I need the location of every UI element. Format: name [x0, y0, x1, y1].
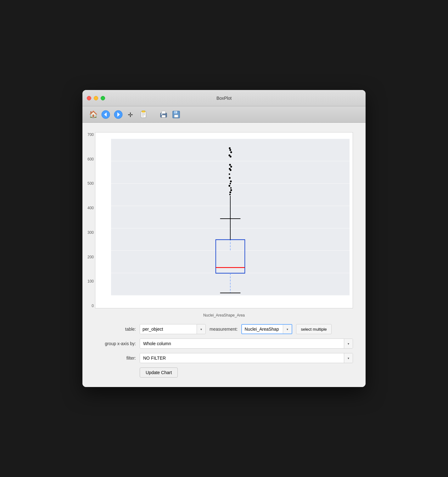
y-label-200: 200	[82, 255, 94, 259]
table-measurement-row: table: ▾ measurement: ▾ select multiple	[95, 324, 353, 334]
group-select-wrapper: ▾	[140, 339, 353, 349]
measurement-select-wrapper: ▾	[241, 324, 292, 334]
svg-rect-29	[216, 240, 245, 273]
y-label-700: 700	[82, 132, 94, 137]
toolbar: 🏠 ✛	[82, 106, 366, 123]
y-axis: 700 600 500 400 300 200 100 0	[82, 132, 94, 308]
boxplot-svg	[111, 139, 350, 295]
x-axis-label: Nuclei_AreaShape_Area	[203, 313, 245, 317]
filter-dropdown-button[interactable]: ▾	[344, 353, 353, 363]
filter-label: filter:	[95, 356, 136, 361]
chart-container: 700 600 500 400 300 200 100 0	[95, 132, 353, 308]
save-button[interactable]	[171, 109, 182, 120]
table-label: table:	[95, 327, 136, 332]
filter-row: filter: ▾	[95, 353, 353, 363]
filter-select-wrapper: ▾	[140, 353, 353, 363]
title-bar: BoxPlot	[82, 90, 366, 106]
select-multiple-button[interactable]: select multiple	[296, 324, 331, 334]
y-label-500: 500	[82, 181, 94, 186]
measurement-input[interactable]	[242, 325, 283, 334]
window-title: BoxPlot	[216, 96, 232, 101]
svg-rect-13	[161, 114, 162, 115]
svg-point-34	[229, 191, 231, 193]
traffic-lights	[87, 96, 105, 100]
y-label-400: 400	[82, 206, 94, 210]
svg-point-41	[230, 166, 232, 168]
filter-input[interactable]	[140, 354, 344, 362]
close-button[interactable]	[87, 96, 91, 100]
main-window: BoxPlot 🏠 ✛	[82, 90, 366, 387]
table-select-wrapper: ▾	[140, 324, 206, 334]
maximize-button[interactable]	[101, 96, 105, 100]
y-label-600: 600	[82, 157, 94, 161]
back-button[interactable]	[100, 109, 111, 120]
forward-button[interactable]	[113, 109, 124, 120]
svg-rect-11	[162, 111, 165, 114]
y-label-0: 0	[82, 304, 94, 308]
home-button[interactable]: 🏠	[87, 109, 99, 120]
svg-rect-16	[174, 115, 178, 117]
content-area: 700 600 500 400 300 200 100 0	[82, 123, 366, 318]
svg-point-51	[229, 173, 230, 175]
svg-point-50	[230, 183, 231, 184]
svg-rect-12	[162, 115, 165, 117]
svg-point-38	[229, 177, 231, 179]
measurement-dropdown-button[interactable]: ▾	[283, 324, 292, 334]
svg-point-40	[229, 168, 231, 170]
svg-point-44	[228, 154, 230, 156]
minimize-button[interactable]	[94, 96, 98, 100]
svg-point-35	[230, 189, 232, 191]
controls-area: table: ▾ measurement: ▾ select multiple …	[82, 318, 366, 387]
svg-rect-6	[142, 111, 145, 112]
svg-text:✛: ✛	[128, 111, 133, 118]
y-label-300: 300	[82, 230, 94, 235]
svg-rect-17	[176, 111, 177, 113]
y-label-100: 100	[82, 279, 94, 283]
move-button[interactable]: ✛	[125, 109, 137, 120]
group-row: group x-axis by: ▾	[95, 339, 353, 349]
update-row: Update Chart	[95, 368, 353, 378]
group-label: group x-axis by:	[95, 341, 136, 346]
svg-point-45	[230, 151, 232, 153]
svg-point-46	[229, 149, 231, 151]
print-button[interactable]	[158, 109, 169, 120]
svg-point-42	[229, 164, 231, 166]
svg-point-49	[230, 187, 232, 189]
clipboard-button[interactable]	[138, 109, 149, 120]
chart-plot-area	[111, 139, 350, 295]
svg-point-36	[228, 185, 230, 187]
group-dropdown-button[interactable]: ▾	[344, 339, 353, 349]
table-input[interactable]	[140, 324, 197, 334]
table-dropdown-button[interactable]: ▾	[197, 324, 205, 334]
group-input[interactable]	[140, 339, 344, 348]
svg-point-47	[229, 147, 231, 149]
svg-point-37	[230, 180, 232, 182]
svg-point-48	[229, 194, 231, 195]
measurement-label: measurement:	[210, 327, 238, 332]
update-chart-button[interactable]: Update Chart	[140, 368, 178, 378]
